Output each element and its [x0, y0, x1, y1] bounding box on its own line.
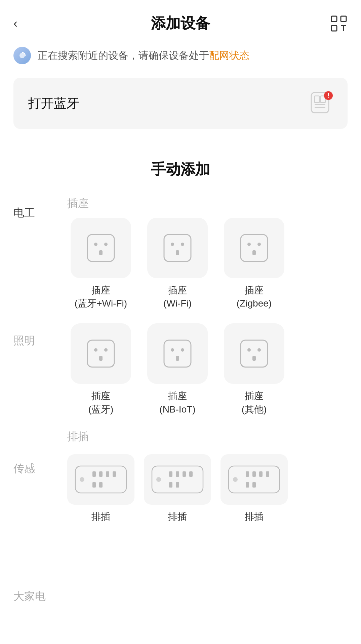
socket-icon: [159, 229, 196, 266]
notice-text: 正在搜索附近的设备，请确保设备处于配网状态: [38, 49, 249, 63]
sidebar-item-large-appliances[interactable]: 大家电: [13, 580, 67, 613]
svg-rect-22: [252, 250, 256, 255]
svg-rect-45: [169, 471, 172, 477]
manual-add-title: 手动添加: [0, 149, 361, 196]
socket-icon: [82, 229, 119, 266]
device-label-socket-other: 插座(其他): [242, 389, 267, 416]
socket-icon: [82, 335, 119, 372]
socket-devices-row2: 插座(蓝牙) 插座(NB-IoT): [67, 323, 354, 416]
device-socket-wifi[interactable]: 插座(Wi-Fi): [144, 218, 211, 310]
scan-button[interactable]: [327, 15, 348, 32]
svg-rect-1: [341, 16, 346, 22]
device-socket-bt[interactable]: 插座(蓝牙): [67, 323, 134, 416]
device-icon-socket-bt-wifi: [71, 218, 131, 278]
device-label-socket-bt: 插座(蓝牙): [88, 389, 114, 416]
svg-rect-58: [252, 482, 256, 488]
svg-rect-39: [106, 471, 109, 477]
sidebar-item-electrical[interactable]: 电工: [13, 196, 67, 230]
device-label-strip-1: 排插: [91, 510, 110, 523]
svg-rect-54: [252, 471, 256, 477]
svg-rect-38: [99, 471, 103, 477]
svg-rect-49: [169, 482, 172, 488]
svg-rect-48: [189, 471, 193, 477]
strip-icon: [227, 463, 281, 496]
bluetooth-card[interactable]: 打开蓝牙 !: [13, 78, 348, 129]
device-icon-strip-3: [220, 454, 288, 505]
sidebar-item-sensors[interactable]: 传感: [13, 452, 67, 486]
svg-rect-23: [87, 340, 114, 367]
device-label-socket-wifi: 插座(Wi-Fi): [163, 284, 192, 310]
socket-devices-row1: 插座(蓝牙+Wi-Fi) 插座(Wi-Fi): [67, 218, 354, 310]
device-strip-3[interactable]: 排插: [220, 454, 288, 523]
svg-rect-40: [113, 471, 116, 477]
svg-point-33: [257, 348, 261, 352]
back-button[interactable]: ‹: [13, 16, 34, 31]
svg-point-36: [80, 477, 84, 482]
svg-rect-26: [99, 356, 103, 361]
left-sidebar: 电工 照明 传感 大家电 小家电 厨房电器: [13, 196, 67, 644]
svg-rect-55: [259, 471, 263, 477]
svg-point-13: [104, 243, 108, 246]
svg-point-12: [94, 243, 97, 246]
svg-rect-47: [183, 471, 186, 477]
svg-rect-10: [315, 107, 325, 108]
device-socket-other[interactable]: 插座(其他): [220, 323, 288, 416]
svg-rect-53: [246, 471, 249, 477]
device-icon-socket-other: [224, 323, 284, 384]
svg-rect-2: [331, 26, 337, 31]
svg-rect-42: [99, 482, 103, 488]
device-icon-socket-zigbee: [224, 218, 284, 278]
svg-rect-14: [99, 250, 103, 255]
svg-rect-19: [241, 235, 268, 261]
svg-rect-34: [252, 356, 256, 361]
svg-point-28: [171, 348, 174, 352]
subcategory-socket: 插座: [67, 196, 354, 211]
sidebar-item-lighting[interactable]: 照明: [13, 324, 67, 358]
svg-rect-57: [246, 482, 249, 488]
bluetooth-icon-wrap: !: [309, 91, 333, 115]
device-icon-strip-2: [144, 454, 211, 505]
strip-icon: [74, 463, 128, 496]
svg-point-17: [181, 243, 184, 246]
svg-rect-27: [164, 340, 191, 367]
svg-point-52: [233, 477, 238, 482]
device-socket-nbiot[interactable]: 插座(NB-IoT): [144, 323, 211, 416]
main-content: 电工 照明 传感 大家电 小家电 厨房电器 插座: [0, 196, 361, 644]
svg-rect-9: [315, 104, 325, 105]
svg-rect-31: [241, 340, 268, 367]
svg-point-44: [156, 477, 161, 482]
page-title: 添加设备: [151, 13, 210, 33]
svg-rect-46: [176, 471, 179, 477]
svg-rect-50: [176, 482, 179, 488]
device-label-strip-2: 排插: [168, 510, 187, 523]
device-icon-socket-nbiot: [147, 323, 208, 384]
svg-rect-18: [176, 250, 179, 255]
svg-point-16: [171, 243, 174, 246]
device-icon-socket-wifi: [147, 218, 208, 278]
strip-devices-row: 排插 排插: [67, 454, 354, 523]
svg-point-29: [181, 348, 184, 352]
pairing-link[interactable]: 配网状态: [209, 50, 249, 61]
svg-rect-0: [331, 16, 337, 22]
svg-rect-30: [176, 356, 179, 361]
svg-rect-41: [92, 482, 96, 488]
socket-icon: [159, 335, 196, 372]
header: ‹ 添加设备: [0, 0, 361, 40]
device-icon-strip-1: [67, 454, 134, 505]
right-content: 插座 插座(蓝牙+Wi-Fi): [67, 196, 354, 644]
svg-point-32: [247, 348, 251, 352]
divider: [13, 139, 348, 139]
device-socket-bt-wifi[interactable]: 插座(蓝牙+Wi-Fi): [67, 218, 134, 310]
svg-rect-15: [164, 235, 191, 261]
strip-icon: [151, 463, 204, 496]
device-socket-zigbee[interactable]: 插座(Zigbee): [220, 218, 288, 310]
bluetooth-badge: !: [324, 91, 333, 100]
searching-icon: [13, 47, 31, 64]
device-strip-1[interactable]: 排插: [67, 454, 134, 523]
svg-point-25: [104, 348, 108, 352]
device-label-socket-nbiot: 插座(NB-IoT): [159, 389, 195, 416]
notice-bar: 正在搜索附近的设备，请确保设备处于配网状态: [0, 40, 361, 71]
device-label-strip-3: 排插: [245, 510, 264, 523]
device-strip-2[interactable]: 排插: [144, 454, 211, 523]
bluetooth-label: 打开蓝牙: [28, 95, 79, 112]
